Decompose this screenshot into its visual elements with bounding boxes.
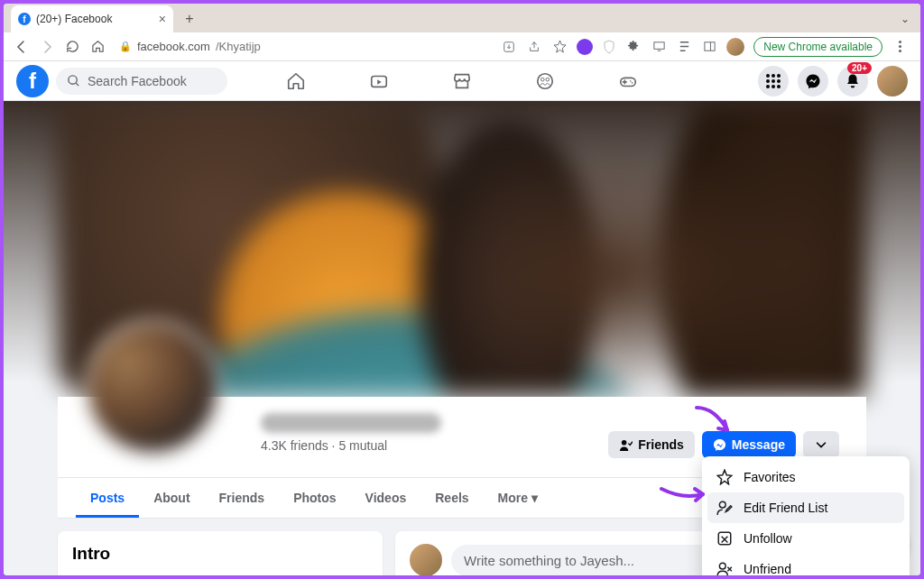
browser-chrome: f (20+) Facebook × + ⌄ 🔒 facebook.com/K [4, 4, 920, 61]
share-icon[interactable] [526, 39, 542, 55]
notification-badge: 20+ [847, 62, 872, 74]
profile-avatar-icon[interactable] [726, 38, 744, 56]
svg-point-16 [766, 85, 770, 88]
extension-1-icon[interactable] [577, 39, 593, 55]
svg-point-10 [766, 74, 770, 78]
header-right: 20+ [758, 66, 908, 96]
friends-dropdown: Favorites Edit Friend List Unfollow Unfr… [702, 456, 910, 575]
menu-unfollow[interactable]: Unfollow [707, 523, 904, 554]
menu-edit-friend-list[interactable]: Edit Friend List [707, 492, 904, 523]
facebook-header: f Search Facebook 20+ [4, 61, 920, 101]
svg-point-8 [546, 78, 550, 81]
nav-marketplace-icon[interactable] [452, 71, 472, 91]
url-path: /Khyatijp [216, 40, 261, 53]
reload-button[interactable] [63, 38, 81, 56]
profile-actions: Friends Message [608, 431, 839, 458]
bookmark-icon[interactable] [551, 39, 568, 55]
messenger-icon [713, 438, 726, 452]
svg-rect-2 [705, 42, 715, 51]
svg-point-26 [719, 501, 725, 508]
notifications-button[interactable]: 20+ [837, 66, 868, 96]
lock-icon: 🔒 [119, 41, 132, 52]
person-remove-icon [716, 561, 733, 575]
center-nav [286, 71, 638, 91]
facebook-favicon: f [18, 13, 31, 25]
person-edit-icon [716, 500, 733, 516]
unfollow-icon [716, 530, 733, 547]
chrome-menu-button[interactable] [892, 39, 908, 55]
facebook-logo[interactable]: f [16, 65, 49, 97]
close-tab-icon[interactable]: × [159, 12, 166, 26]
side-panel-icon[interactable] [701, 39, 717, 55]
svg-point-18 [777, 85, 781, 88]
svg-point-15 [777, 79, 781, 83]
messenger-button[interactable] [798, 66, 828, 96]
install-icon[interactable] [501, 39, 517, 55]
nav-groups-icon[interactable] [535, 71, 555, 91]
search-input[interactable]: Search Facebook [56, 68, 227, 95]
svg-rect-27 [718, 532, 731, 545]
update-chrome-button[interactable]: New Chrome available [753, 37, 882, 57]
intro-bio: Writer/Storyteller/Dreamer Seriously hum… [72, 574, 368, 575]
intro-heading: Intro [72, 544, 368, 564]
menu-grid-button[interactable] [758, 66, 789, 96]
home-button[interactable] [88, 38, 106, 56]
svg-point-12 [777, 74, 781, 78]
menu-favorites[interactable]: Favorites [707, 462, 904, 492]
address-actions: New Chrome available [501, 37, 911, 57]
address-bar: 🔒 facebook.com/Khyatijp New Chrome avail… [4, 32, 920, 61]
tab-bar: f (20+) Facebook × + ⌄ [4, 4, 920, 32]
svg-point-11 [772, 74, 775, 78]
back-button[interactable] [13, 38, 31, 56]
tab-more[interactable]: More ▾ [484, 478, 552, 518]
search-placeholder: Search Facebook [88, 74, 187, 88]
profile-name [261, 413, 441, 433]
url-field[interactable]: 🔒 facebook.com/Khyatijp [114, 40, 494, 53]
tab-videos[interactable]: Videos [351, 478, 421, 518]
url-host: facebook.com [137, 40, 210, 53]
composer-avatar[interactable] [410, 544, 442, 575]
profile-picture[interactable] [85, 320, 220, 455]
chevron-down-icon [815, 438, 827, 451]
message-button[interactable]: Message [702, 431, 796, 458]
svg-point-17 [772, 85, 775, 88]
extension-shield-icon[interactable] [602, 40, 616, 54]
more-actions-button[interactable] [803, 431, 839, 458]
intro-card: Intro Writer/Storyteller/Dreamer Serious… [58, 531, 383, 575]
account-avatar[interactable] [877, 66, 908, 96]
tab-title: (20+) Facebook [36, 13, 112, 25]
nav-gaming-icon[interactable] [618, 71, 638, 91]
svg-point-28 [719, 563, 725, 569]
tab-reels[interactable]: Reels [420, 478, 483, 518]
svg-point-7 [541, 78, 544, 81]
svg-rect-1 [654, 42, 664, 50]
cast-icon[interactable] [651, 39, 667, 55]
reading-list-icon[interactable] [676, 39, 692, 55]
menu-unfriend[interactable]: Unfriend [707, 554, 904, 575]
extensions-puzzle-icon[interactable] [625, 39, 642, 55]
nav-home-icon[interactable] [286, 71, 306, 91]
new-tab-button[interactable]: + [180, 10, 199, 28]
tab-friends[interactable]: Friends [205, 478, 280, 518]
tab-overflow-button[interactable]: ⌄ [901, 13, 910, 25]
svg-point-13 [766, 79, 770, 83]
person-check-icon [619, 438, 633, 452]
search-icon [67, 74, 80, 87]
nav-watch-icon[interactable] [369, 71, 389, 91]
forward-button[interactable] [38, 38, 56, 56]
tab-photos[interactable]: Photos [279, 478, 350, 518]
svg-point-14 [772, 79, 775, 83]
star-icon [716, 469, 733, 485]
friends-button[interactable]: Friends [608, 431, 695, 458]
tab-about[interactable]: About [139, 478, 204, 518]
svg-point-4 [69, 76, 77, 84]
svg-point-19 [622, 439, 627, 445]
browser-tab[interactable]: f (20+) Facebook × [11, 5, 173, 32]
svg-point-6 [538, 73, 553, 88]
tab-posts[interactable]: Posts [76, 478, 139, 518]
